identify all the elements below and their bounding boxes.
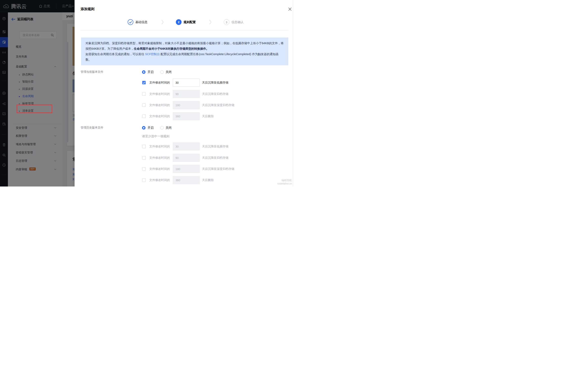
notice-paragraph-1: 对象若沉降为归档、深度归档存储类型，将受对象规格限制，对象大小不足最小规格的将按…: [85, 41, 284, 52]
notice-bold-text: 生命周期不会对小于64KB对象执行存储类型的转换操作。: [134, 47, 209, 50]
drawer-scrollbar[interactable]: [292, 0, 294, 187]
current-row2-days-input[interactable]: [173, 90, 200, 98]
history-radio-on[interactable]: [142, 126, 146, 129]
current-row3-checkbox[interactable]: [142, 103, 146, 107]
current-row4-days-input[interactable]: [173, 112, 200, 120]
history-row2-suffix: 天后沉降至归档存储: [202, 156, 229, 160]
step2-circle[interactable]: 2: [176, 19, 181, 25]
history-radio-off-label[interactable]: 关闭: [166, 126, 172, 130]
history-row1-suffix: 天后沉降至低频存储: [202, 145, 229, 148]
drawer-title: 添加规则: [81, 7, 94, 11]
add-rule-drawer: 添加规则 基础信息 2 规则配置 3 信息确认 对象若沉降为归档、深度归档存储类…: [74, 0, 294, 187]
history-row2-checkbox[interactable]: [142, 156, 146, 160]
history-hint: 请至少选中一项规则: [142, 134, 169, 138]
check-icon: [143, 82, 145, 84]
history-row2-days-input[interactable]: [173, 154, 200, 162]
current-row1-checkbox[interactable]: [142, 81, 146, 84]
history-row4-suffix: 天后删除: [202, 178, 214, 182]
current-row4-label: 文件修改时间的: [149, 114, 170, 118]
step3-label[interactable]: 信息确认: [231, 20, 243, 24]
scf-console-link[interactable]: SCF控制台: [145, 53, 160, 56]
history-row1-label: 文件修改时间的: [149, 145, 170, 148]
history-row4-label: 文件修改时间的: [149, 178, 170, 182]
current-radio-off-label[interactable]: 关闭: [166, 70, 172, 74]
history-row3-label: 文件修改时间的: [149, 167, 170, 171]
current-radio-on-label[interactable]: 开启: [147, 70, 154, 74]
current-row2-label: 文件修改时间的: [149, 92, 170, 96]
check-icon: [129, 21, 132, 23]
lifecycle-notice-banner: 对象若沉降为归档、深度归档存储类型，将受对象规格限制，对象大小不足最小规格的将按…: [81, 38, 288, 65]
current-radio-off[interactable]: [160, 70, 164, 74]
current-version-label: 管理当前版本文件: [81, 70, 103, 74]
step-arrow-icon: [161, 20, 164, 25]
current-row2-suffix: 天后沉降至归档存储: [202, 92, 229, 96]
history-radio-off[interactable]: [160, 126, 164, 129]
modal-dim-overlay[interactable]: [0, 0, 74, 187]
current-row4-checkbox[interactable]: [142, 115, 146, 118]
current-row2-checkbox[interactable]: [142, 92, 146, 96]
history-row1-checkbox[interactable]: [142, 145, 146, 148]
current-row3-suffix: 天后沉降至深度归档存储: [202, 103, 234, 107]
history-version-label: 管理历史版本文件: [81, 126, 103, 129]
step1-label[interactable]: 基础信息: [135, 20, 147, 24]
current-radio-on[interactable]: [142, 70, 146, 74]
watermark: 编程导航 codefather.cn: [277, 179, 292, 185]
history-radio-on-label[interactable]: 开启: [147, 126, 154, 130]
current-row3-days-input[interactable]: [173, 101, 200, 109]
history-row1-days-input[interactable]: [173, 142, 200, 150]
history-row4-checkbox[interactable]: [142, 178, 146, 182]
current-row1-label: 文件修改时间的: [149, 81, 170, 85]
history-row3-days-input[interactable]: [173, 165, 200, 173]
close-icon[interactable]: [288, 7, 292, 11]
current-row1-suffix: 天后沉降至低频存储: [202, 81, 229, 85]
current-row3-label: 文件修改时间的: [149, 103, 170, 107]
history-row2-label: 文件修改时间的: [149, 156, 170, 160]
history-row3-suffix: 天后沉降至深度归档存储: [202, 167, 234, 171]
current-row4-suffix: 天后删除: [202, 114, 214, 118]
current-row1-days-input[interactable]: [173, 79, 200, 86]
step-arrow-icon: [209, 20, 211, 25]
step3-circle[interactable]: 3: [224, 19, 229, 25]
red-annotation-box: [17, 105, 52, 113]
step2-label[interactable]: 规则配置: [184, 20, 196, 24]
history-row4-days-input[interactable]: [173, 176, 200, 184]
step1-circle[interactable]: [128, 19, 133, 25]
history-row3-checkbox[interactable]: [142, 167, 146, 171]
notice-paragraph-2: 如需获知生命周期任务完成的通知，可以前往 SCF控制台 配置以完成生命周期配置任…: [85, 52, 284, 63]
steps-divider: [81, 30, 288, 31]
